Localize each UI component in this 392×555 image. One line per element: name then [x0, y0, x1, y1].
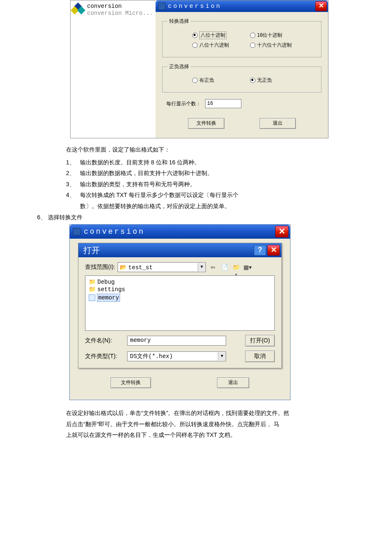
filename-input[interactable]: memory — [127, 336, 226, 346]
radio-signed[interactable]: 有正负 — [192, 77, 250, 84]
numbered-list: 1、输出数据的长度。目前支持 8 位和 16 位两种。 2、输出数据的数据格式，… — [66, 157, 355, 212]
desktop-shortcut: conversion conversion Micro... — [71, 0, 156, 138]
radio-8bit-hex[interactable]: 八位十六进制 — [192, 42, 250, 49]
outer-list-item-6: 6、 选择转换文件 — [37, 212, 355, 223]
window-title: conversion — [168, 3, 222, 10]
radio-16bit-hex[interactable]: 十六位十六进制 — [250, 42, 308, 49]
close-icon[interactable]: ✕ — [275, 226, 288, 237]
exit-button[interactable]: 退出 — [217, 377, 249, 388]
radio-16bit-dec[interactable]: 16位十进制 — [250, 31, 308, 39]
list-item: 📁Debug — [89, 278, 271, 286]
app-icon — [73, 228, 80, 235]
list-item-cont: 数〕。依据想要转换的输出格式，对应的设定上面的菜单。 — [80, 201, 230, 212]
back-icon[interactable]: ⇦ — [208, 263, 217, 271]
filename-label: 文件名(N): — [85, 337, 123, 344]
screenshot-conversion-settings: conversion conversion Micro... conversio… — [70, 0, 328, 138]
list-item: 输出数据的类型，支持有符号和无符号两种。 — [80, 179, 196, 190]
list-item: memory — [89, 294, 271, 302]
open-button[interactable]: 打开(O) — [245, 335, 275, 346]
mfc-icon — [71, 3, 85, 16]
convert-button[interactable]: 文件转换 — [111, 377, 151, 388]
lookin-label: 查找范围(I): — [85, 263, 115, 271]
list-item: 📁settings — [89, 286, 271, 293]
lookin-combo[interactable]: 📂test_st ▼ — [118, 262, 206, 272]
help-icon[interactable]: ? — [254, 245, 266, 256]
exit-button[interactable]: 退出 — [260, 118, 296, 129]
app-icon — [158, 2, 165, 10]
group-sign-select: 正负选择 有正负 无正负 — [162, 63, 321, 92]
paragraph: 在设定好输出格式以后，单击“文件转换”。在弹出的对话框内，找到需要处理的文件。然… — [66, 408, 355, 441]
group-legend: 正负选择 — [168, 63, 191, 70]
screenshot-open-dialog: conversion ✕ 打开 ? ✕ 查找范围(I): 📂test_st ▼ — [69, 224, 290, 400]
window-title: conversion — [84, 228, 145, 236]
window-titlebar: conversion ✕ — [70, 225, 290, 239]
close-icon[interactable]: ✕ — [267, 245, 280, 256]
new-folder-icon[interactable]: 📁* — [231, 263, 241, 271]
file-list[interactable]: 📁Debug 📁settings memory — [85, 275, 275, 331]
per-line-input[interactable] — [205, 99, 241, 108]
list-item: 输出数据的长度。目前支持 8 位和 16 位两种。 — [80, 157, 200, 168]
radio-8bit-dec[interactable]: 八位十进制 — [192, 31, 250, 39]
convert-button[interactable]: 文件转换 — [188, 118, 224, 129]
open-dialog: 打开 ? ✕ 查找范围(I): 📂test_st ▼ ⇦ 📄 📁* — [78, 243, 282, 368]
shortcut-subtitle: conversion Micro... — [87, 10, 153, 17]
view-menu-icon[interactable]: ▦▾ — [243, 263, 252, 271]
per-line-label: 每行显示个数： — [166, 100, 201, 107]
chevron-down-icon[interactable]: ▼ — [218, 352, 226, 361]
up-folder-icon[interactable]: 📄 — [220, 263, 229, 271]
group-convert-select: 转换选择 八位十进制 16位十进制 — [162, 18, 321, 57]
filetype-label: 文件类型(T): — [85, 353, 123, 360]
group-legend: 转换选择 — [168, 18, 191, 25]
radio-unsigned[interactable]: 无正负 — [250, 77, 308, 84]
cancel-button[interactable]: 取消 — [245, 351, 275, 362]
window-titlebar: conversion ✕ — [156, 0, 328, 12]
filetype-combo[interactable]: DS文件(*.hex) ▼ — [127, 351, 226, 361]
list-item: 每次转换成的 TXT 每行显示多少个数据可以设定〔每行显示个 — [80, 190, 239, 201]
shortcut-title: conversion — [87, 3, 153, 10]
chevron-down-icon[interactable]: ▼ — [198, 263, 205, 271]
intro-text: 在这个软件里面，设定了输出格式如下： — [66, 144, 355, 155]
list-item: 输出数据的数据格式，目前支持十六进制和十进制。 — [80, 168, 213, 179]
close-icon[interactable]: ✕ — [315, 1, 327, 11]
dialog-title: 打开 — [83, 245, 100, 256]
